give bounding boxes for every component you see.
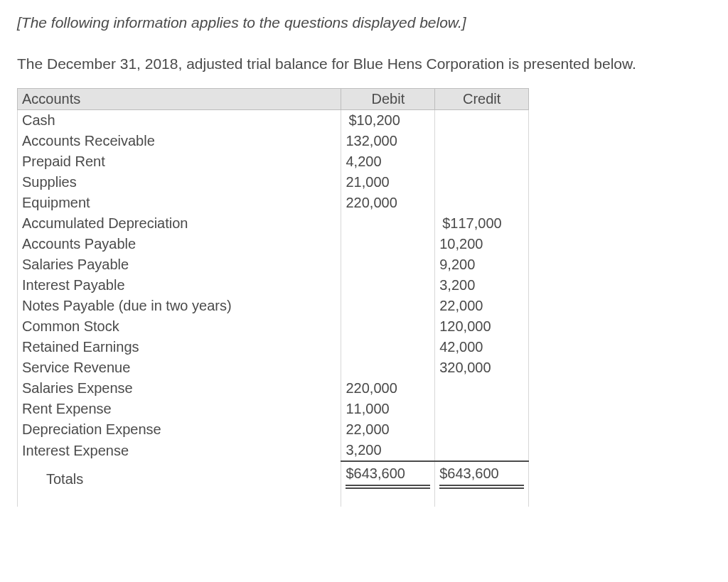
- debit-cell: 11,000: [341, 399, 435, 419]
- table-row: Cash$10,200: [18, 110, 529, 131]
- credit-cell: [435, 419, 529, 440]
- table-row: Accounts Receivable132,000: [18, 131, 529, 151]
- totals-row: Totals $643,600 $643,600: [18, 463, 529, 490]
- table-row: Interest Expense3,200: [18, 440, 529, 461]
- debit-value: 11,000: [346, 401, 389, 416]
- credit-cell: [435, 440, 529, 461]
- totals-label: Totals: [18, 463, 341, 490]
- debit-cell: [341, 254, 435, 275]
- dollar-sign: $: [348, 111, 356, 130]
- debit-cell: [341, 234, 435, 254]
- table-row: Retained Earnings42,000: [18, 337, 529, 357]
- description-text: The December 31, 2018, adjusted trial ba…: [17, 55, 711, 72]
- table-row: Equipment220,000: [18, 193, 529, 213]
- credit-cell: 10,200: [435, 234, 529, 254]
- account-name: Salaries Payable: [18, 254, 341, 275]
- credit-value: 117,000: [450, 215, 501, 231]
- account-name: Salaries Expense: [18, 378, 341, 399]
- credit-cell: [435, 193, 529, 213]
- debit-cell: [341, 337, 435, 357]
- debit-cell: 3,200: [341, 440, 435, 461]
- credit-cell: [435, 399, 529, 419]
- debit-value: 10,200: [357, 112, 400, 128]
- table-row: Service Revenue320,000: [18, 357, 529, 378]
- table-row: Accumulated Depreciation$117,000: [18, 213, 529, 234]
- debit-value: 4,200: [346, 153, 381, 169]
- table-row: Depreciation Expense22,000: [18, 419, 529, 440]
- debit-cell: 21,000: [341, 172, 435, 193]
- table-row: Notes Payable (due in two years)22,000: [18, 296, 529, 316]
- credit-cell: 3,200: [435, 275, 529, 296]
- account-name: Accounts Receivable: [18, 131, 341, 151]
- debit-cell: [341, 316, 435, 337]
- credit-cell: 9,200: [435, 254, 529, 275]
- footer-spacer: [18, 490, 529, 507]
- credit-cell: [435, 131, 529, 151]
- trial-balance-table: Accounts Debit Credit Cash$10,200Account…: [17, 88, 529, 507]
- debit-cell: [341, 213, 435, 234]
- horizontal-scrollbar[interactable]: [17, 519, 330, 531]
- credit-cell: [435, 172, 529, 193]
- credit-value: 42,000: [439, 339, 483, 355]
- table-row: Common Stock120,000: [18, 316, 529, 337]
- totals-credit: $643,600: [435, 463, 529, 490]
- account-name: Common Stock: [18, 316, 341, 337]
- table-row: Supplies21,000: [18, 172, 529, 193]
- account-name: Notes Payable (due in two years): [18, 296, 341, 316]
- debit-cell: 132,000: [341, 131, 435, 151]
- account-name: Prepaid Rent: [18, 151, 341, 172]
- intro-note: [The following information applies to th…: [17, 14, 711, 31]
- credit-cell: 42,000: [435, 337, 529, 357]
- debit-value: 22,000: [346, 421, 389, 437]
- table-row: Rent Expense11,000: [18, 399, 529, 419]
- table-header-row: Accounts Debit Credit: [18, 89, 529, 110]
- debit-value: 220,000: [346, 195, 397, 210]
- table-row: Salaries Payable9,200: [18, 254, 529, 275]
- table-row: Prepaid Rent4,200: [18, 151, 529, 172]
- totals-debit: $643,600: [341, 463, 435, 490]
- credit-value: 10,200: [439, 236, 483, 252]
- debit-cell: [341, 296, 435, 316]
- debit-value: 21,000: [346, 174, 389, 190]
- account-name: Supplies: [18, 172, 341, 193]
- account-name: Cash: [18, 110, 341, 131]
- account-name: Retained Earnings: [18, 337, 341, 357]
- credit-cell: [435, 110, 529, 131]
- dollar-sign: $: [442, 214, 450, 233]
- table-row: Salaries Expense220,000: [18, 378, 529, 399]
- credit-cell: 120,000: [435, 316, 529, 337]
- header-debit: Debit: [341, 89, 435, 110]
- debit-cell: 220,000: [341, 193, 435, 213]
- account-name: Accumulated Depreciation: [18, 213, 341, 234]
- account-name: Equipment: [18, 193, 341, 213]
- debit-value: 132,000: [346, 133, 397, 149]
- account-name: Depreciation Expense: [18, 419, 341, 440]
- credit-cell: $117,000: [435, 213, 529, 234]
- table-row: Accounts Payable10,200: [18, 234, 529, 254]
- debit-cell: $10,200: [341, 110, 435, 131]
- credit-value: 320,000: [439, 360, 491, 375]
- debit-cell: [341, 357, 435, 378]
- debit-cell: 22,000: [341, 419, 435, 440]
- account-name: Interest Expense: [18, 440, 341, 461]
- credit-cell: [435, 378, 529, 399]
- table-row: Interest Payable3,200: [18, 275, 529, 296]
- credit-value: 22,000: [439, 298, 483, 313]
- debit-value: 3,200: [346, 442, 381, 458]
- account-name: Interest Payable: [18, 275, 341, 296]
- credit-cell: 320,000: [435, 357, 529, 378]
- debit-cell: 4,200: [341, 151, 435, 172]
- debit-cell: 220,000: [341, 378, 435, 399]
- debit-value: 220,000: [346, 380, 397, 396]
- account-name: Service Revenue: [18, 357, 341, 378]
- account-name: Accounts Payable: [18, 234, 341, 254]
- credit-value: 9,200: [439, 257, 475, 272]
- credit-value: 120,000: [439, 318, 491, 334]
- account-name: Rent Expense: [18, 399, 341, 419]
- header-credit: Credit: [435, 89, 529, 110]
- header-accounts: Accounts: [18, 89, 341, 110]
- credit-value: 3,200: [439, 277, 475, 293]
- debit-cell: [341, 275, 435, 296]
- credit-cell: [435, 151, 529, 172]
- credit-cell: 22,000: [435, 296, 529, 316]
